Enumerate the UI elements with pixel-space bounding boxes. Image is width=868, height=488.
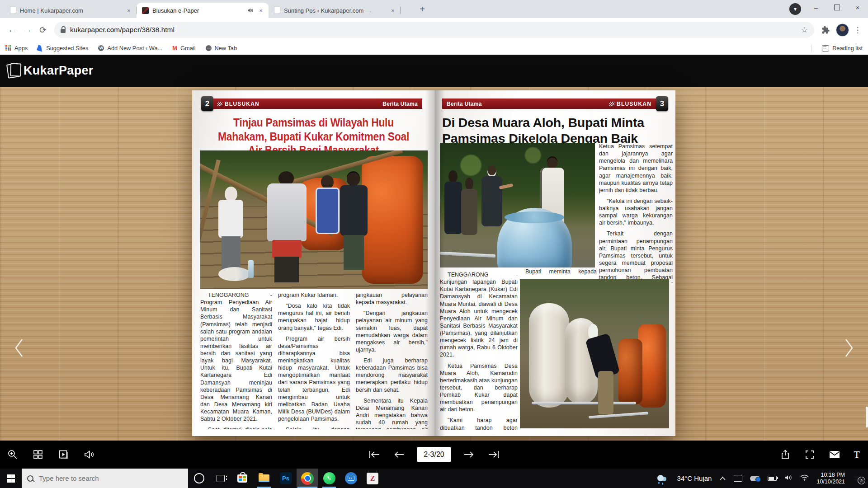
file-explorer-icon: [259, 474, 269, 482]
notification-badge: 2: [858, 477, 865, 484]
next-page-arrow[interactable]: [840, 334, 858, 361]
article-caption: Bupati meminta kepada: [525, 268, 597, 275]
cortana-button[interactable]: [188, 469, 210, 488]
clock-time: 10:18 PM: [816, 472, 845, 479]
url-text[interactable]: kukarpaper.com/paper/38/38.html: [70, 26, 797, 34]
section-label: Berita Utama: [447, 101, 482, 107]
clock-date: 10/10/2021: [816, 479, 845, 485]
back-button[interactable]: ←: [5, 22, 20, 38]
search-input[interactable]: [38, 474, 183, 483]
last-page-button[interactable]: [487, 449, 500, 460]
wifi-icon[interactable]: [800, 474, 809, 483]
fullscreen-button[interactable]: [804, 449, 815, 460]
action-center-button[interactable]: 2: [853, 474, 863, 483]
taskbar-whatsapp[interactable]: [318, 469, 340, 488]
site-logo[interactable]: KukarPaper: [7, 64, 94, 78]
window-close-button[interactable]: ×: [847, 0, 868, 14]
next-spread-button[interactable]: [462, 449, 475, 460]
window-restore-button[interactable]: [826, 0, 847, 14]
previous-page-arrow[interactable]: [10, 334, 28, 361]
browser-toolbar: ← → ⟳ kukarpaper.com/paper/38/38.html ☆ …: [0, 18, 868, 42]
taskbar-zotero[interactable]: Z: [362, 469, 383, 488]
taskbar-chrome[interactable]: [297, 469, 318, 488]
tab-epaper-active[interactable]: Blusukan e-Paper ×: [137, 3, 269, 18]
email-button[interactable]: [829, 450, 840, 460]
bookmark-apps[interactable]: Apps: [5, 45, 28, 52]
browser-tab-strip: Home | Kukarpaper.com × Blusukan e-Paper…: [0, 0, 868, 18]
bookmark-add-new-post[interactable]: Add New Post ‹ Wa...: [98, 45, 162, 52]
bookmark-star-icon[interactable]: ☆: [801, 25, 808, 35]
newspaper-page-2[interactable]: 2 BLUSUKAN Berita Utama Tinjau Pamsimas …: [192, 90, 435, 436]
person-gray-jacket: [266, 171, 307, 282]
search-icon: [27, 475, 33, 482]
cast-icon[interactable]: [734, 475, 742, 482]
zotero-icon: Z: [367, 473, 378, 484]
taskbar-search[interactable]: [22, 469, 188, 488]
weather-rain-icon[interactable]: [656, 474, 670, 483]
epaper-favicon: [142, 7, 149, 14]
tab-audio-icon[interactable]: [247, 7, 253, 14]
start-button[interactable]: [0, 469, 22, 488]
taskbar-video-app[interactable]: [340, 469, 362, 488]
tray-expand-chevron[interactable]: [719, 474, 726, 483]
page-favicon: [10, 7, 16, 14]
slideshow-button[interactable]: [58, 449, 69, 460]
first-page-button[interactable]: [368, 449, 381, 460]
scrollbar-thumb[interactable]: [866, 407, 868, 427]
profile-avatar[interactable]: [836, 23, 849, 37]
suggested-sites-icon: [37, 45, 44, 52]
brand-stripes-icon: [217, 102, 222, 106]
browser-menu-icon[interactable]: ⋮: [852, 25, 863, 35]
bookmark-new-tab[interactable]: New Tab: [206, 45, 237, 52]
page-indicator[interactable]: 2-3/20: [417, 447, 451, 462]
ssl-lock-icon[interactable]: [61, 29, 66, 33]
photo-bupati-blue-tank: [440, 143, 595, 267]
address-bar[interactable]: kukarpaper.com/paper/38/38.html ☆: [54, 22, 814, 38]
sound-button[interactable]: [83, 449, 95, 460]
photo-water-treatment-tanks: [520, 279, 669, 428]
brand-stripes-icon: [609, 102, 614, 106]
taskbar-clock[interactable]: 10:18 PM 10/10/2021: [816, 472, 845, 485]
newspaper-spread[interactable]: 2 BLUSUKAN Berita Utama Tinjau Pamsimas …: [192, 90, 675, 436]
window-minimize-button[interactable]: –: [806, 0, 826, 14]
paper-brand: BLUSUKAN: [217, 101, 259, 107]
volume-icon[interactable]: [784, 474, 793, 483]
article-column-1: TENGGARONG - Program Penyediaan Air Minu…: [200, 291, 272, 429]
taskbar-file-explorer[interactable]: [253, 469, 275, 488]
tab-close-icon[interactable]: ×: [389, 6, 397, 14]
article-columns: TENGGARONG - Program Penyediaan Air Minu…: [200, 291, 428, 429]
share-button[interactable]: [780, 449, 791, 460]
tab-close-icon[interactable]: ×: [257, 6, 265, 14]
onedrive-icon[interactable]: [750, 476, 760, 481]
task-view-button[interactable]: [210, 469, 231, 488]
previous-spread-button[interactable]: [393, 449, 406, 460]
tab-sunting-pos[interactable]: Sunting Pos ‹ Kukarpaper.com — ×: [269, 3, 401, 18]
zoom-in-button[interactable]: [7, 449, 18, 460]
chrome-icon: [301, 472, 314, 485]
bookmark-gmail[interactable]: M Gmail: [172, 45, 195, 52]
cortana-icon: [194, 473, 204, 483]
bookmark-suggested-sites[interactable]: Suggested Sites: [38, 45, 88, 52]
taskbar-microsoft-store[interactable]: [231, 469, 253, 488]
taskbar-photoshop[interactable]: Ps: [275, 469, 297, 488]
person-dark-polo: [339, 173, 368, 270]
new-tab-button[interactable]: +: [416, 3, 429, 15]
forward-button[interactable]: →: [20, 22, 35, 38]
tab-close-icon[interactable]: ×: [125, 6, 133, 14]
windows-taskbar: Ps Z 34°C Hujan 10:18 PM: [0, 469, 868, 488]
tab-search-icon[interactable]: ▾: [789, 3, 801, 15]
article-column-3: jangkauan pelayanan kepada masyarakat. "…: [356, 291, 428, 429]
thumbnail-grid-button[interactable]: [33, 449, 43, 460]
weather-text[interactable]: 34°C Hujan: [677, 474, 712, 482]
reload-button[interactable]: ⟳: [35, 22, 51, 38]
text-mode-button[interactable]: T: [854, 449, 860, 460]
newspaper-page-3[interactable]: Berita Utama BLUSUKAN 3 Di Desa Muara Al…: [435, 90, 675, 436]
battery-icon[interactable]: [768, 476, 777, 481]
person-white-shirt: [216, 187, 245, 270]
system-tray: 34°C Hujan 10:18 PM 10/10/2021 2: [656, 469, 868, 488]
extensions-icon[interactable]: [818, 22, 833, 38]
reading-list-icon: [822, 45, 829, 52]
article-headline-right: Di Desa Muara Aloh, Bupati Minta Pamsima…: [442, 115, 670, 146]
reading-list-button[interactable]: Reading list: [822, 45, 863, 52]
tab-home[interactable]: Home | Kukarpaper.com ×: [5, 3, 137, 18]
